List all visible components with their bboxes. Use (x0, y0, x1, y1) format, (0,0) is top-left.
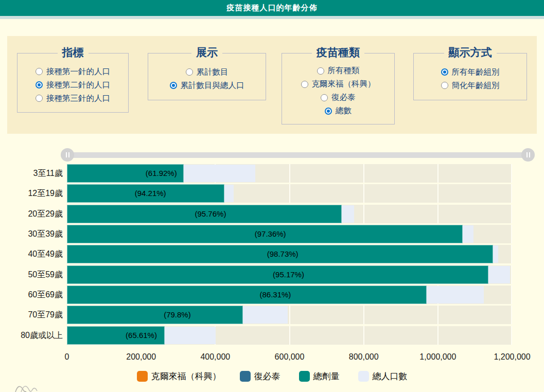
plot-band: (95.76%) (67, 205, 512, 223)
radio-option[interactable]: 接種第一針的人口 (36, 66, 110, 77)
range-slider-handle-right[interactable] (521, 148, 535, 162)
gridline (363, 326, 364, 345)
filter-group-3: 顯示方式所有年齡組別簡化年齡組別 (413, 53, 527, 100)
gridline (511, 225, 512, 243)
y-axis-label: 60至69歲 (0, 286, 63, 304)
total-doses-bar[interactable] (67, 306, 243, 324)
gridline (437, 205, 438, 223)
radio-unselected-icon[interactable] (186, 68, 193, 76)
gridline (511, 286, 512, 304)
gridline (437, 164, 438, 183)
plot-band: (95.17%) (67, 265, 512, 284)
chart-row: 60至69歲(86.31%) (0, 286, 544, 304)
gridline (437, 326, 438, 345)
gridline (511, 205, 512, 223)
filter-group-0: 指標接種第一針的人口接種第二針的人口接種第三針的人口 (17, 53, 129, 113)
legend-item[interactable]: 克爾來福（科興） (137, 370, 221, 382)
y-axis-label: 50至59歲 (0, 265, 63, 284)
radio-unselected-icon[interactable] (36, 95, 43, 102)
filter-group-2: 疫苗種類所有種類克爾來福（科興）復必泰總數 (282, 53, 395, 124)
radio-option[interactable]: 累計數目 (186, 67, 229, 78)
vaccination-dashboard: 疫苗接種人口的年齡分佈 指標接種第一針的人口接種第二針的人口接種第三針的人口展示… (0, 0, 544, 392)
x-axis-tick-label: 1,000,000 (419, 352, 456, 362)
gridline (289, 326, 290, 345)
x-axis-tick-label: 600,000 (275, 352, 305, 362)
radio-option-label: 累計數目 (197, 67, 229, 78)
legend-item[interactable]: 總人口數 (358, 370, 408, 382)
radio-option-label: 累計數目與總人口 (181, 80, 244, 91)
chart-legend: 克爾來福（科興）復必泰總劑量總人口數 (0, 370, 544, 382)
y-axis-label: 3至11歲 (0, 164, 63, 183)
legend-swatch-icon (137, 371, 148, 382)
radio-option[interactable]: 簡化年齡組別 (441, 80, 500, 91)
legend-label: 總劑量 (313, 370, 340, 382)
x-axis-tick-label: 200,000 (126, 352, 156, 362)
radio-option[interactable]: 接種第二針的人口 (36, 80, 110, 91)
chart-row: 50至59歲(95.17%) (0, 265, 544, 284)
chart-row: 80歲或以上(65.61%) (0, 326, 544, 345)
radio-option[interactable]: 所有種類 (317, 65, 360, 76)
legend-swatch-icon (358, 371, 369, 382)
radio-option-label: 簡化年齡組別 (452, 80, 500, 91)
radio-option[interactable]: 復必泰 (321, 92, 356, 103)
percentage-label: (94.21%) (135, 184, 166, 203)
radio-option-label: 接種第三針的人口 (46, 93, 110, 104)
plot-band: (98.73%) (67, 245, 512, 263)
radio-unselected-icon[interactable] (301, 81, 308, 88)
chart-row: 40至49歲(98.73%) (0, 245, 544, 263)
radio-option-label: 復必泰 (331, 92, 356, 103)
y-axis-label: 20至29歲 (0, 205, 63, 223)
percentage-label: (79.8%) (164, 306, 191, 324)
y-axis-label: 30至39歲 (0, 225, 63, 243)
x-axis-tick-label: 400,000 (200, 352, 230, 362)
plot-band: (65.61%) (67, 326, 512, 345)
plot-band: (79.8%) (67, 306, 512, 324)
radio-unselected-icon[interactable] (36, 68, 43, 75)
x-axis-tick-label: 0 (65, 352, 69, 362)
x-axis: 0200,000400,000600,000800,0001,000,0001,… (0, 352, 544, 363)
radio-selected-icon[interactable] (325, 108, 332, 115)
radio-unselected-icon[interactable] (321, 94, 328, 101)
radio-option-label: 所有年齡組別 (452, 67, 500, 78)
radio-selected-icon[interactable] (36, 81, 43, 88)
gridline (289, 164, 290, 183)
legend-item[interactable]: 復必泰 (240, 370, 280, 382)
filter-group-1: 展示累計數目累計數目與總人口 (148, 53, 266, 100)
filter-panel: 指標接種第一針的人口接種第二針的人口接種第三針的人口展示累計數目累計數目與總人口… (7, 36, 537, 134)
gridline (289, 306, 290, 324)
radio-unselected-icon[interactable] (317, 67, 324, 75)
radio-option[interactable]: 所有年齡組別 (441, 67, 500, 78)
plot-band: (86.31%) (67, 286, 512, 304)
plot-band: (94.21%) (67, 184, 512, 203)
gridline (511, 184, 512, 203)
radio-option[interactable]: 總數 (325, 105, 352, 116)
gridline (363, 306, 364, 324)
chart-row: 3至11歲(61.92%) (0, 164, 544, 183)
radio-selected-icon[interactable] (441, 68, 448, 76)
header-divider (0, 16, 544, 19)
range-slider-handle-left[interactable] (61, 148, 74, 162)
percentage-label: (97.36%) (255, 225, 286, 243)
gridline (511, 245, 512, 263)
chart-row: 30至39歲(97.36%) (0, 225, 544, 243)
legend-label: 總人口數 (373, 370, 408, 382)
percentage-label: (98.73%) (267, 245, 299, 263)
y-axis-label: 80歲或以上 (0, 326, 63, 345)
radio-unselected-icon[interactable] (441, 82, 448, 89)
radio-option[interactable]: 累計數目與總人口 (170, 80, 244, 91)
gridline (511, 306, 512, 324)
y-axis-label: 70至79歲 (0, 306, 63, 324)
gridline (437, 184, 438, 203)
legend-item[interactable]: 總劑量 (299, 370, 340, 382)
total-doses-bar[interactable] (67, 286, 427, 304)
chart-row: 70至79歲(79.8%) (0, 306, 544, 324)
radio-option[interactable]: 接種第三針的人口 (36, 93, 110, 104)
percentage-label: (65.61%) (126, 326, 157, 345)
radio-option-label: 接種第二針的人口 (46, 80, 110, 91)
watermark-logo-icon (12, 383, 45, 392)
y-axis-label: 40至49歲 (0, 245, 63, 263)
radio-option[interactable]: 克爾來福（科興） (301, 79, 376, 90)
radio-selected-icon[interactable] (170, 82, 177, 89)
legend-swatch-icon (299, 371, 310, 382)
range-slider-track[interactable] (67, 152, 528, 158)
